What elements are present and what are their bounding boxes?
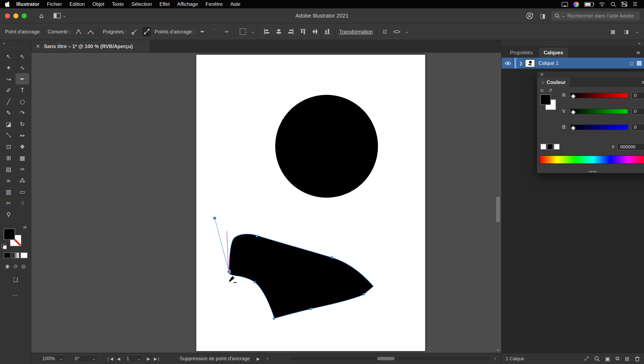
canvas[interactable]: ⌄ [31,53,501,353]
menubar-item[interactable]: Texte [108,1,128,7]
first-artboard-icon[interactable]: ❘◀ [106,356,113,361]
collapse-panels-icon[interactable]: « [502,40,644,46]
artboard-number-select[interactable]: 1 ⌄ [124,355,143,362]
close-window-button[interactable] [5,13,10,18]
width-profile-icon[interactable] [393,27,401,36]
curvature-tool[interactable]: ↝ [2,73,16,84]
chevron-down-icon[interactable]: ⌄ [251,29,254,34]
menubar-item[interactable]: Aide [226,1,244,7]
toolbar-grip[interactable]: ∙∙∙∙∙ [0,46,31,49]
isolate-selection-icon[interactable] [239,27,247,36]
black-swatch[interactable] [547,144,553,150]
width-tool[interactable]: ↔ [16,130,29,141]
layer-row[interactable]: ❯ Calque 1 ○ [502,58,644,69]
rotation-select[interactable]: 0° ⌄ [72,355,98,362]
vertical-scrollbar[interactable] [496,196,500,222]
menubar-item[interactable]: Sélection [128,1,156,7]
none-swatch[interactable] [540,144,546,150]
apple-icon[interactable] [5,1,10,7]
align-left-icon[interactable] [262,27,271,36]
channel-value-input[interactable]: 0 [632,92,644,99]
perspective-grid-tool[interactable]: ⊞ [2,152,16,163]
workspace-switcher[interactable]: ⌄ [54,13,66,19]
clipping-mask-icon[interactable]: ▣ [605,355,610,362]
channel-slider[interactable] [570,108,628,114]
symbol-sprayer-tool[interactable]: ⁂ [16,175,29,186]
layer-selection-indicator[interactable] [637,61,641,65]
color-mode-button[interactable] [4,252,11,258]
layer-name[interactable]: Calque 1 [538,60,558,66]
screen-mode-icon[interactable]: ❏ [13,277,18,283]
close-panel-icon[interactable]: ✕ [540,72,544,77]
white-swatch[interactable] [554,144,560,150]
type-tool[interactable]: T [16,84,29,96]
channel-value-input[interactable]: 0 [632,124,644,131]
connect-anchors-icon[interactable]: ⌒ [210,27,219,36]
home-icon[interactable]: ⌂ [39,12,44,20]
tab-couleur[interactable]: ◇ Couleur [537,78,570,87]
horizontal-scrollbar[interactable] [290,357,490,360]
panel-menu-icon[interactable]: ≡ [636,50,640,56]
locate-object-icon[interactable] [594,356,600,361]
lasso-tool[interactable]: ∿ [16,62,29,73]
layer-target-icon[interactable]: ○ [630,60,634,66]
previous-artboard-icon[interactable]: ◀ [117,356,120,361]
spotlight-icon[interactable] [610,2,616,7]
panel-resize-grip[interactable]: ▬▬ [589,169,597,173]
chevron-down-icon[interactable]: ⌄ [636,29,639,34]
hex-value-input[interactable]: 000000 [617,143,644,150]
tab-proprietes[interactable]: Propriétés [505,48,538,58]
help-search-input[interactable]: ⌄ Rechercher dans l'aide Adobe [551,11,640,20]
tab-calques[interactable]: Calques [538,48,568,58]
menubar-item[interactable]: Affichage [174,1,202,7]
display-color-icon[interactable] [574,2,579,7]
zoom-tool[interactable]: ⚲ [2,209,16,220]
copy-color-icon[interactable]: ⧉ [540,88,543,93]
direct-selection-tool[interactable]: ⇖ [16,51,29,62]
scroll-down-icon[interactable]: ⌄ [496,346,500,352]
channel-slider[interactable] [570,124,628,130]
fill-color-swatch[interactable] [540,95,551,105]
blend-tool[interactable]: ∞ [2,175,16,186]
more-tools-icon[interactable]: ⋯ [12,292,18,298]
new-layer-icon[interactable]: ⊞ [625,355,630,362]
hide-handles-icon[interactable] [130,27,139,36]
last-artboard-icon[interactable]: ▶❘ [154,356,160,361]
menubar-item[interactable]: Edition [66,1,88,7]
rotate-tool[interactable]: ↻ [16,118,29,130]
align-top-icon[interactable] [298,27,307,36]
mesh-tool[interactable]: ▦ [16,152,29,163]
battery-icon[interactable] [584,2,594,7]
collapse-toolbar-icon[interactable]: « [0,40,31,46]
shape-builder-tool[interactable]: ❖ [16,141,29,152]
convert-to-smooth-icon[interactable] [87,27,95,36]
panel-layout-icon[interactable]: ◨ [622,27,630,36]
align-right-icon[interactable] [286,27,295,36]
zoom-window-button[interactable] [22,13,27,18]
align-center-horizontal-icon[interactable] [274,27,283,36]
fill-color-swatch[interactable] [4,229,15,240]
free-transform-tool[interactable]: ⊡ [2,141,16,152]
panel-toggle-icon[interactable]: ◨ [540,12,546,19]
chevron-down-icon[interactable]: ⌄ [405,29,408,34]
smooth-tool[interactable]: ↷ [16,107,29,118]
align-center-vertical-icon[interactable] [311,27,319,36]
swap-fill-stroke-icon[interactable]: ⇄ [23,225,27,229]
channel-slider-thumb[interactable] [570,125,576,130]
selection-tool[interactable]: ↖ [2,51,16,62]
transform-link[interactable]: Transformation [339,29,373,35]
menu-list-icon[interactable]: ☰ [633,1,637,7]
visibility-toggle[interactable] [502,58,514,69]
channel-value-input[interactable]: 0 [632,108,644,115]
scroll-left-icon[interactable]: ‹ [266,356,268,361]
pencil-tool[interactable]: ✎ [2,107,16,118]
document-tab[interactable]: ✕ Sans titre – 1* @ 100 % (RVB/Aperçu) [31,40,150,52]
collect-for-export-icon[interactable]: ⤢ [584,355,589,362]
color-spectrum-bar[interactable] [540,155,644,164]
menubar-item[interactable]: Fichier [43,1,66,7]
draw-inside-icon[interactable]: ◎ [21,263,26,269]
delete-layer-icon[interactable] [635,356,640,361]
status-play-icon[interactable]: ▶ [257,356,260,361]
align-bottom-icon[interactable] [323,27,331,36]
eyedropper-tool[interactable]: ✑ [16,163,29,175]
